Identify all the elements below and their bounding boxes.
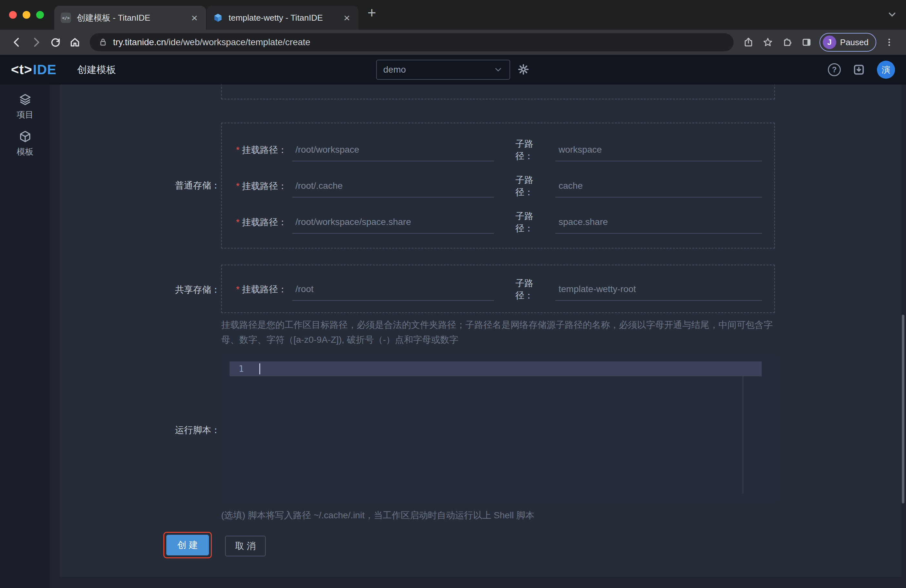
tab-template-wetty[interactable]: template-wetty - TitanIDE × xyxy=(207,6,358,30)
mount-path-label: 挂载路径： xyxy=(242,144,290,156)
storage-row: * 挂载路径： 子路径： xyxy=(236,175,762,198)
sidebar-item-label: 项目 xyxy=(17,109,33,120)
sidebar: 项目 模板 xyxy=(0,84,50,588)
bookmark-star-icon[interactable] xyxy=(759,34,776,51)
logo-accent-text: IDE xyxy=(33,62,56,78)
create-button-highlight: 创 建 xyxy=(163,532,212,558)
minimize-window-button[interactable] xyxy=(22,11,30,19)
storage-row: * 挂载路径： 子路径： xyxy=(236,139,762,161)
mount-path-input[interactable] xyxy=(292,139,494,161)
main-area: 普通存储： * 挂载路径： 子路径： * 挂载路径： 子路径： * xyxy=(50,84,906,588)
zoom-window-button[interactable] xyxy=(36,11,44,19)
normal-storage-group: * 挂载路径： 子路径： * 挂载路径： 子路径： * 挂载路径： xyxy=(221,123,775,249)
reload-icon[interactable] xyxy=(46,33,65,52)
sidebar-item-templates[interactable]: 模板 xyxy=(17,130,33,158)
titanide-logo[interactable]: <t>TITANIDE xyxy=(11,62,56,78)
extensions-puzzle-icon[interactable] xyxy=(779,34,796,51)
storage-row: * 挂载路径： 子路径： xyxy=(236,278,762,301)
mount-path-input[interactable] xyxy=(292,175,494,198)
mount-path-label: 挂载路径： xyxy=(242,180,290,192)
share-icon[interactable] xyxy=(740,34,757,51)
editor-ruler xyxy=(743,376,743,494)
window-controls xyxy=(0,11,54,19)
close-window-button[interactable] xyxy=(9,11,17,19)
titanide-favicon: </> xyxy=(61,13,71,23)
cube-favicon xyxy=(213,13,223,22)
url-text: try.titanide.cn/ide/web/workspace/templa… xyxy=(113,37,310,48)
sub-path-input[interactable] xyxy=(555,278,762,301)
tab-create-template[interactable]: </> 创建模板 - TitanIDE × xyxy=(54,6,206,30)
browser-menu-icon[interactable] xyxy=(881,34,898,51)
cancel-button[interactable]: 取 消 xyxy=(225,536,266,556)
sub-path-label: 子路径： xyxy=(515,277,551,302)
workspace-select[interactable]: demo xyxy=(376,60,510,80)
chevron-down-icon xyxy=(493,65,503,75)
run-script-label: 运行脚本： xyxy=(165,423,220,437)
sub-path-input[interactable] xyxy=(555,175,762,198)
help-icon[interactable]: ? xyxy=(828,63,841,76)
sub-path-input[interactable] xyxy=(555,211,762,234)
forward-icon[interactable] xyxy=(27,33,46,52)
sub-path-label: 子路径： xyxy=(515,174,551,199)
text-cursor xyxy=(259,363,260,374)
user-avatar[interactable]: 演 xyxy=(877,61,895,79)
create-button[interactable]: 创 建 xyxy=(166,535,209,555)
workspace-select-value: demo xyxy=(383,65,406,75)
storage-row: * 挂载路径： 子路径： xyxy=(236,211,762,234)
sub-path-label: 子路径： xyxy=(515,210,551,234)
address-bar[interactable]: try.titanide.cn/ide/web/workspace/templa… xyxy=(90,33,734,51)
url-domain: try.titanide.cn xyxy=(113,37,166,47)
previous-group-cutoff xyxy=(221,84,775,99)
required-mark: * xyxy=(236,181,242,191)
tab-title: template-wetty - TitanIDE xyxy=(229,13,336,23)
mount-path-input[interactable] xyxy=(292,211,494,234)
new-tab-button[interactable]: + xyxy=(359,4,384,26)
tab-close-icon[interactable]: × xyxy=(189,12,199,23)
create-template-form: 普通存储： * 挂载路径： 子路径： * 挂载路径： 子路径： * xyxy=(60,84,901,577)
mount-path-input[interactable] xyxy=(292,278,494,301)
profile-chip[interactable]: J Paused xyxy=(820,33,876,52)
script-help-text: (选填) 脚本将写入路径 ~/.cache/.init，当工作区启动时自动运行以… xyxy=(221,508,778,523)
cube-icon xyxy=(19,130,32,143)
header-actions: ? 演 xyxy=(828,61,895,79)
tab-strip: </> 创建模板 - TitanIDE × template-wetty - T… xyxy=(0,0,906,30)
shared-storage-group: * 挂载路径： 子路径： xyxy=(221,265,775,313)
tab-title: 创建模板 - TitanIDE xyxy=(77,12,183,24)
line-number: 1 xyxy=(230,364,253,374)
profile-status-label: Paused xyxy=(840,37,869,48)
profile-avatar: J xyxy=(823,35,836,49)
tab-search-chevron-icon[interactable] xyxy=(887,9,898,20)
sub-path-input[interactable] xyxy=(555,139,762,161)
tab-close-icon[interactable]: × xyxy=(341,12,352,23)
shared-storage-label: 共享存储： xyxy=(165,283,220,297)
browser-toolbar: try.titanide.cn/ide/web/workspace/templa… xyxy=(0,30,906,55)
app-header: <t>TITANIDE 创建模板 demo ? 演 xyxy=(0,55,906,84)
mount-path-label: 挂载路径： xyxy=(242,284,290,296)
settings-gear-icon[interactable] xyxy=(517,63,530,75)
back-icon[interactable] xyxy=(7,33,27,52)
required-mark: * xyxy=(236,284,242,295)
sidebar-item-label: 模板 xyxy=(17,146,33,158)
home-icon[interactable] xyxy=(65,33,85,52)
logo-glyph: <t> xyxy=(11,62,32,78)
url-path: /ide/web/workspace/template/create xyxy=(166,37,310,47)
browser-window: </> 创建模板 - TitanIDE × template-wetty - T… xyxy=(0,0,906,588)
path-help-text: 挂载路径是您的工作区目标路径，必须是合法的文件夹路径；子路径名是网络存储源子路径… xyxy=(221,317,778,347)
layers-icon xyxy=(19,93,32,106)
normal-storage-label: 普通存储： xyxy=(165,178,220,193)
lock-icon xyxy=(98,37,108,47)
page-scrollbar[interactable] xyxy=(902,315,904,504)
script-code-editor[interactable]: 1 xyxy=(221,355,777,502)
mount-path-label: 挂载路径： xyxy=(242,216,290,228)
sub-path-label: 子路径： xyxy=(515,138,551,163)
sidebar-item-projects[interactable]: 项目 xyxy=(17,93,33,120)
required-mark: * xyxy=(236,145,242,155)
required-mark: * xyxy=(236,217,242,228)
editor-active-line: 1 xyxy=(230,362,762,376)
client-download-icon[interactable] xyxy=(852,63,865,76)
side-panel-icon[interactable] xyxy=(798,34,815,51)
page-title: 创建模板 xyxy=(77,63,116,76)
